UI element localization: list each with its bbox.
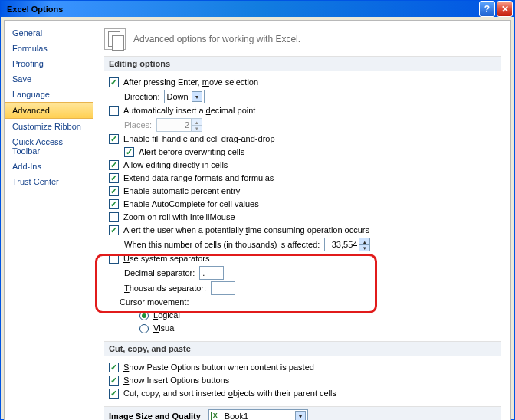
- chevron-down-icon: ▾: [192, 91, 202, 102]
- places-spinner: ▴▾: [156, 118, 202, 132]
- titlebar[interactable]: Excel Options ? ✕: [1, 1, 514, 17]
- sidebar-item-customize-ribbon[interactable]: Customize Ribbon: [5, 119, 93, 134]
- chevron-down-icon: ▾: [295, 411, 306, 420]
- direction-value: Down: [166, 91, 188, 103]
- content-header: Advanced options for working with Excel.: [104, 28, 501, 50]
- sidebar-item-qat[interactable]: Quick Access Toolbar: [5, 134, 93, 159]
- content-pane: Advanced options for working with Excel.…: [93, 21, 510, 420]
- opt-direction: Direction: Down ▾: [104, 89, 501, 104]
- checkbox-edit-in-cells[interactable]: [109, 160, 119, 170]
- checkbox-extend-formats[interactable]: [109, 173, 119, 183]
- spin-down-icon[interactable]: ▾: [359, 244, 369, 251]
- header-text: Advanced options for working with Excel.: [133, 34, 300, 44]
- opt-autocomplete: Enable AutoComplete for cell values: [104, 198, 501, 211]
- label-auto-decimal: Automatically insert a decimal point: [123, 105, 255, 116]
- sidebar: General Formulas Proofing Save Language …: [5, 21, 93, 420]
- checkbox-paste-options[interactable]: [109, 363, 119, 372]
- opt-alert-time: Alert the user when a potentially time c…: [104, 224, 501, 237]
- checkbox-zoom-intelli[interactable]: [109, 212, 119, 222]
- opt-auto-percent: Enable automatic percent entry: [104, 185, 501, 198]
- section-cut-copy-paste: Cut, copy, and paste: [104, 341, 501, 356]
- label-use-sys-sep: Use system separators: [123, 253, 210, 264]
- sidebar-item-advanced[interactable]: Advanced: [5, 102, 93, 119]
- opt-auto-decimal: Automatically insert a decimal point: [104, 104, 501, 117]
- workbook-value: Book1: [225, 412, 248, 420]
- label-zoom-intelli: Zoom on roll with IntelliMouse: [123, 212, 235, 223]
- checkbox-alert-overwrite[interactable]: [124, 147, 134, 157]
- label-edit-in-cells: Allow editing directly in cells: [123, 159, 228, 171]
- sidebar-item-language[interactable]: Language: [5, 87, 93, 102]
- label-logical: Logical: [153, 310, 180, 321]
- label-fill-handle: Enable fill handle and cell drag-and-dro…: [123, 133, 275, 145]
- opt-use-sys-sep: Use system separators: [104, 252, 501, 265]
- section-editing-options: Editing options: [104, 56, 501, 71]
- label-cut-sort: Cut, copy, and sort inserted objects wit…: [123, 388, 336, 399]
- opt-decimal-sep: Decimal separator:: [104, 265, 501, 281]
- label-after-enter: After pressing Enter, move selection: [123, 77, 258, 88]
- checkbox-auto-percent[interactable]: [109, 186, 119, 196]
- close-button[interactable]: ✕: [497, 1, 513, 17]
- label-decimal-sep: Decimal separator:: [124, 267, 195, 279]
- window-title: Excel Options: [7, 5, 477, 14]
- opt-cells-affected: When this number of cells (in thousands)…: [104, 237, 501, 252]
- opt-paste-options: Show Paste Options button when content i…: [104, 361, 501, 374]
- label-auto-percent: Enable automatic percent entry: [123, 185, 240, 197]
- section-image-size-quality: Image Size and Quality Book1 ▾: [104, 406, 501, 420]
- checkbox-use-sys-sep[interactable]: [109, 254, 119, 264]
- checkbox-auto-decimal[interactable]: [109, 106, 119, 116]
- opt-insert-options: Show Insert Options buttons: [104, 374, 501, 387]
- thousands-separator-input[interactable]: [211, 281, 235, 295]
- opt-fill-handle: Enable fill handle and cell drag-and-dro…: [104, 133, 501, 146]
- cells-affected-spinner[interactable]: ▴▾: [324, 238, 370, 251]
- radio-visual[interactable]: [139, 324, 149, 333]
- opt-cursor-movement: Cursor movement:: [104, 296, 501, 309]
- checkbox-insert-options[interactable]: [109, 376, 119, 386]
- sidebar-item-save[interactable]: Save: [5, 71, 93, 87]
- checkbox-fill-handle[interactable]: [109, 134, 119, 144]
- label-image-size-quality: Image Size and Quality: [109, 412, 201, 420]
- opt-places: Places: ▴▾: [104, 117, 501, 133]
- spin-down-icon: ▾: [191, 125, 202, 131]
- sidebar-item-proofing[interactable]: Proofing: [5, 56, 93, 71]
- opt-after-enter: After pressing Enter, move selection: [104, 76, 501, 89]
- excel-options-window: Excel Options ? ✕ General Formulas Proof…: [0, 0, 515, 420]
- opt-visual: Visual: [104, 322, 501, 335]
- sidebar-item-addins[interactable]: Add-Ins: [5, 159, 93, 174]
- workbook-icon: [211, 412, 221, 420]
- checkbox-autocomplete[interactable]: [109, 199, 119, 209]
- sidebar-item-formulas[interactable]: Formulas: [5, 41, 93, 56]
- places-input: [157, 120, 191, 130]
- opt-alert-overwrite: Alert before overwriting cells: [104, 146, 501, 159]
- label-direction: Direction:: [124, 91, 159, 103]
- sidebar-item-general[interactable]: General: [5, 25, 93, 41]
- opt-extend-formats: Extend data range formats and formulas: [104, 172, 501, 185]
- decimal-separator-input[interactable]: [199, 266, 224, 280]
- label-visual: Visual: [153, 323, 176, 334]
- opt-thousands-sep: Thousands separator:: [104, 281, 501, 296]
- label-paste-options: Show Paste Options button when content i…: [123, 362, 314, 373]
- sidebar-item-trust-center[interactable]: Trust Center: [5, 174, 93, 189]
- label-places: Places:: [124, 120, 152, 131]
- opt-cut-sort: Cut, copy, and sort inserted objects wit…: [104, 387, 501, 400]
- options-icon: [104, 28, 126, 50]
- label-extend-formats: Extend data range formats and formulas: [123, 172, 274, 184]
- checkbox-cut-sort[interactable]: [109, 389, 119, 399]
- label-alert-time: Alert the user when a potentially time c…: [123, 225, 369, 236]
- opt-edit-in-cells: Allow editing directly in cells: [104, 159, 501, 172]
- opt-logical: Logical: [104, 309, 501, 322]
- label-thousands-sep: Thousands separator:: [124, 283, 206, 294]
- label-insert-options: Show Insert Options buttons: [123, 375, 229, 386]
- dialog-body: General Formulas Proofing Save Language …: [4, 20, 511, 420]
- radio-logical[interactable]: [139, 311, 149, 320]
- cells-affected-input[interactable]: [325, 240, 359, 249]
- help-button[interactable]: ?: [479, 1, 495, 17]
- label-alert-overwrite: Alert before overwriting cells: [139, 146, 244, 158]
- checkbox-after-enter[interactable]: [109, 77, 119, 87]
- label-cells-affected: When this number of cells (in thousands)…: [124, 239, 320, 251]
- main-area: General Formulas Proofing Save Language …: [5, 21, 510, 420]
- opt-zoom-intelli: Zoom on roll with IntelliMouse: [104, 211, 501, 224]
- label-cursor-movement: Cursor movement:: [120, 297, 189, 308]
- workbook-select[interactable]: Book1 ▾: [208, 409, 308, 420]
- direction-select[interactable]: Down ▾: [164, 90, 204, 103]
- checkbox-alert-time[interactable]: [109, 225, 119, 235]
